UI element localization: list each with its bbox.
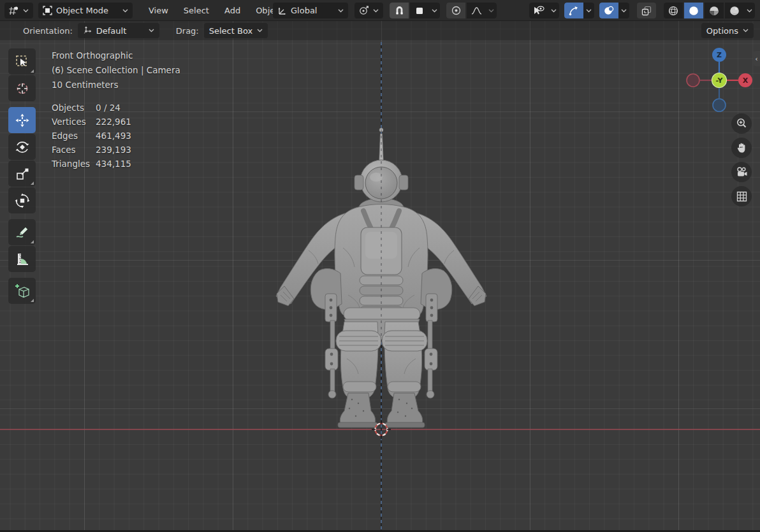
tool-select-box[interactable]: [8, 48, 36, 75]
stat-value: 0 / 24: [96, 101, 121, 115]
stat-label: Edges: [52, 129, 96, 143]
pan-hand-icon: [736, 142, 747, 154]
editor-type-button[interactable]: [4, 3, 33, 18]
tool-move[interactable]: [8, 107, 36, 133]
shading-solid-button[interactable]: [684, 3, 703, 18]
tool-measure[interactable]: [8, 246, 36, 272]
context-text: (6) Scene Collection | Camera: [52, 63, 180, 78]
toolbar: [8, 48, 36, 310]
gizmo-axis-z-neg[interactable]: [713, 99, 726, 111]
annotate-pen-icon: [15, 225, 30, 240]
shading-wireframe-icon: [668, 6, 678, 16]
navigation-gizmo[interactable]: Z X -Y: [683, 44, 757, 118]
camera-view-button[interactable]: [731, 162, 752, 182]
chevron-down-icon: [122, 9, 128, 13]
snap-dropdown-chevron[interactable]: [429, 3, 440, 18]
zoom-icon: [736, 118, 747, 129]
chevron-down-icon: [338, 9, 344, 13]
stat-label: Objects: [52, 101, 96, 115]
editor-type-3d-viewport-icon: [9, 6, 19, 15]
transform-orientation-icon: [277, 6, 287, 15]
overlays-dropdown-chevron[interactable]: [618, 3, 629, 18]
measure-icon: [15, 252, 30, 267]
tool-add-cube[interactable]: [8, 278, 36, 304]
stat-value: 239,193: [96, 143, 131, 157]
transform-tool-icon: [15, 193, 30, 208]
proportional-editing-button[interactable]: [446, 3, 465, 18]
blender-window: Object Mode View Select Add Object: [0, 0, 760, 532]
stat-value: 461,493: [96, 129, 131, 143]
scale-tool-icon: [15, 166, 30, 182]
drag-value-dropdown[interactable]: Select Box: [204, 23, 268, 38]
orientation-label: Orientation:: [23, 26, 73, 36]
gizmos-toggle-button[interactable]: [564, 3, 583, 18]
falloff-curve-icon: [471, 6, 482, 15]
svg-text:Z: Z: [717, 51, 722, 59]
pivot-point-dropdown[interactable]: [354, 3, 383, 18]
menu-view[interactable]: View: [142, 3, 175, 18]
zoom-button[interactable]: [731, 113, 752, 134]
object-mode-icon: [43, 6, 52, 15]
shading-dropdown-chevron[interactable]: [744, 3, 755, 18]
chevron-down-icon: [743, 29, 749, 32]
tool-rotate[interactable]: [8, 134, 36, 160]
orientation-value-dropdown[interactable]: Default: [78, 23, 159, 38]
mode-dropdown[interactable]: Object Mode: [38, 3, 133, 18]
sidebar-toggle-tab[interactable]: ‹: [753, 51, 760, 66]
rotate-tool-icon: [15, 140, 30, 155]
transform-orientation-dropdown[interactable]: Global: [273, 3, 348, 18]
pivot-point-icon: [359, 6, 369, 15]
gizmo-axis-x-neg[interactable]: [687, 74, 699, 87]
scene-stats: Objects0 / 24 Vertices222,961 Edges461,4…: [52, 101, 180, 171]
svg-text:-Y: -Y: [716, 76, 724, 85]
gizmos-dropdown-chevron[interactable]: [583, 3, 594, 18]
tool-annotate[interactable]: [8, 219, 36, 245]
xray-toggle-button[interactable]: [637, 3, 656, 18]
orientation-default-icon: [83, 26, 92, 35]
tool-transform[interactable]: [8, 187, 36, 213]
shading-material-button[interactable]: [705, 3, 724, 18]
svg-text:X: X: [743, 76, 749, 85]
menu-add[interactable]: Add: [217, 3, 247, 18]
snap-magnet-icon: [395, 6, 404, 15]
overlays-toggle-button[interactable]: [599, 3, 618, 18]
falloff-dropdown-chevron[interactable]: [486, 3, 497, 18]
cursor-3d: [372, 420, 391, 439]
gizmo-axis-y[interactable]: -Y: [712, 73, 727, 88]
chevron-down-icon: [257, 29, 263, 32]
cursor-tool-icon: [15, 81, 30, 96]
tool-scale[interactable]: [8, 161, 36, 187]
move-tool-icon: [15, 113, 30, 128]
snap-toggle-button[interactable]: [390, 3, 409, 18]
select-box-icon: [15, 54, 30, 69]
gizmo-axis-x[interactable]: X: [738, 73, 752, 87]
astronaut-model[interactable]: [276, 128, 486, 428]
snap-with-button[interactable]: [410, 3, 429, 18]
drag-label: Drag:: [176, 26, 199, 36]
falloff-button[interactable]: [467, 3, 486, 18]
proportional-editing-icon: [451, 6, 461, 15]
options-label: Options: [706, 26, 738, 36]
stat-value: 434,115: [96, 157, 131, 171]
pan-button[interactable]: [731, 138, 752, 158]
shading-rendered-button[interactable]: [725, 3, 744, 18]
menu-select[interactable]: Select: [177, 3, 216, 18]
menubar: View Select Add Object: [142, 3, 289, 18]
show-object-types-icon: [533, 6, 544, 15]
shading-group: [664, 3, 755, 18]
show-object-types-button[interactable]: [529, 3, 548, 18]
visibility-dropdown-chevron[interactable]: [548, 3, 559, 18]
tool-cursor[interactable]: [8, 75, 36, 101]
tool-settings-bar: Orientation: Default Drag: Select Box: [0, 21, 760, 40]
ortho-toggle-button[interactable]: [731, 186, 752, 206]
chevron-down-icon: [373, 9, 379, 13]
shading-wireframe-button[interactable]: [664, 3, 683, 18]
options-dropdown[interactable]: Options: [701, 23, 754, 38]
visibility-group: [529, 3, 559, 18]
orientation-dropdown-label: Global: [291, 6, 334, 15]
viewport-hud: Front Orthographic (6) Scene Collection …: [52, 48, 180, 171]
ortho-grid-icon: [736, 191, 747, 202]
drag-value: Select Box: [209, 26, 252, 36]
stat-label: Faces: [52, 143, 96, 157]
gizmo-axis-z[interactable]: Z: [712, 48, 726, 62]
